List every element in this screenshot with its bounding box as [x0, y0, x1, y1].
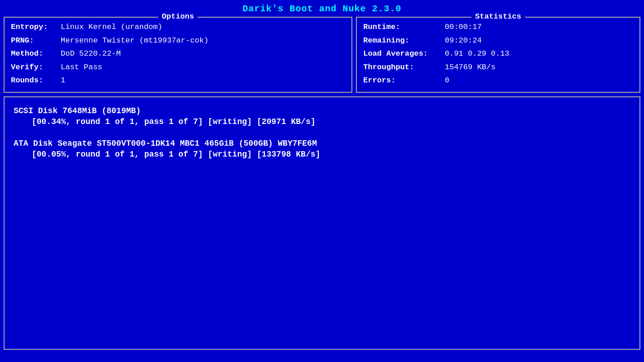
disk-section-1: ATA Disk Seagate ST500VT000-1DK14 MBC1 4… [14, 139, 630, 159]
disk-list: SCSI Disk 7648MiB (8019MB)[00.34%, round… [14, 106, 630, 159]
stat-row-1: Remaining:09:20:24 [363, 35, 633, 47]
stat-label-0: Runtime: [363, 21, 445, 33]
options-row-3: Verify:Last Pass [11, 62, 345, 73]
options-label-3: Verify: [11, 62, 61, 73]
options-label-1: PRNG: [11, 35, 61, 47]
stat-label-4: Errors: [363, 75, 445, 86]
options-panel-title: Options [158, 12, 197, 21]
options-row-2: Method:DoD 5220.22-M [11, 48, 345, 60]
options-panel: Options Entropy:Linux Kernel (urandom)PR… [4, 17, 352, 93]
disk-section-0: SCSI Disk 7648MiB (8019MB)[00.34%, round… [14, 106, 630, 126]
options-value-4: 1 [61, 75, 65, 86]
stat-row-0: Runtime:00:00:17 [363, 21, 633, 33]
options-row-4: Rounds:1 [11, 75, 345, 86]
options-row-1: PRNG:Mersenne Twister (mt19937ar-cok) [11, 35, 345, 47]
main-panel: SCSI Disk 7648MiB (8019MB)[00.34%, round… [4, 96, 640, 350]
stat-row-2: Load Averages:0.91 0.29 0.13 [363, 48, 633, 60]
stat-value-3: 154769 KB/s [445, 62, 495, 73]
stat-label-2: Load Averages: [363, 48, 445, 60]
options-value-0: Linux Kernel (urandom) [61, 21, 162, 33]
disk-status-0: [00.34%, round 1 of 1, pass 1 of 7] [wri… [14, 117, 630, 126]
statistics-panel: Statistics Runtime:00:00:17Remaining:09:… [356, 17, 640, 93]
stat-row-3: Throughput:154769 KB/s [363, 62, 633, 73]
stat-value-4: 0 [445, 75, 449, 86]
options-label-2: Method: [11, 48, 61, 60]
disk-title-1: ATA Disk Seagate ST500VT000-1DK14 MBC1 4… [14, 139, 630, 148]
disk-status-1: [00.05%, round 1 of 1, pass 1 of 7] [wri… [14, 150, 630, 159]
stat-value-0: 00:00:17 [445, 21, 482, 33]
options-label-4: Rounds: [11, 75, 61, 86]
app-title: Darik's Boot and Nuke 2.3.0 [4, 4, 640, 14]
stat-label-1: Remaining: [363, 35, 445, 47]
options-row-0: Entropy:Linux Kernel (urandom) [11, 21, 345, 33]
stat-label-3: Throughput: [363, 62, 445, 73]
options-rows: Entropy:Linux Kernel (urandom)PRNG:Merse… [11, 21, 345, 86]
disk-title-0: SCSI Disk 7648MiB (8019MB) [14, 106, 630, 115]
top-panels: Options Entropy:Linux Kernel (urandom)PR… [4, 17, 640, 93]
stat-value-1: 09:20:24 [445, 35, 482, 47]
statistics-panel-title: Statistics [471, 12, 525, 21]
options-value-3: Last Pass [61, 62, 102, 73]
options-label-0: Entropy: [11, 21, 61, 33]
options-value-1: Mersenne Twister (mt19937ar-cok) [61, 35, 208, 47]
screen: Darik's Boot and Nuke 2.3.0 Options Entr… [0, 0, 644, 362]
stat-value-2: 0.91 0.29 0.13 [445, 48, 509, 60]
options-value-2: DoD 5220.22-M [61, 48, 121, 60]
stat-row-4: Errors:0 [363, 75, 633, 86]
statistics-rows: Runtime:00:00:17Remaining:09:20:24Load A… [363, 21, 633, 86]
